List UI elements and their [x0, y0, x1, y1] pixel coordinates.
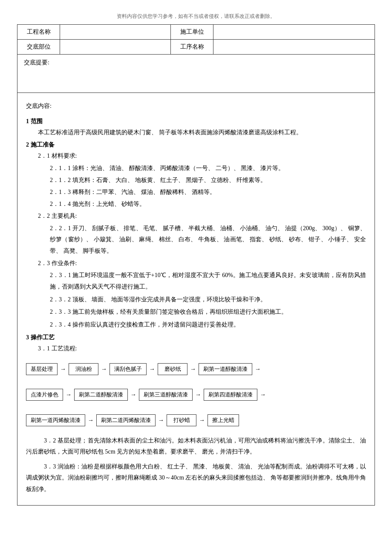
jiaodi-tiyao-area: 交底提要:	[17, 55, 375, 93]
flow-arrow-12: →	[199, 417, 205, 424]
section2-heading: 2 施工准备	[26, 141, 366, 149]
jiaodi-neirong-label: 交底内容:	[26, 101, 366, 111]
flow-box-1: 基层处理	[26, 363, 58, 375]
flow-chart-2: 点漆片修色 → 刷第二道醇酸清漆 → 刷第三道醇酸清漆 → 刷第四道醇酸清漆 →	[26, 384, 366, 405]
flow-arrow-8: →	[195, 391, 201, 398]
section2-3-heading: 2．3 作业条件:	[26, 258, 366, 269]
section1-heading: 1 范围	[26, 118, 366, 125]
flow-box-12: 打砂蜡	[167, 414, 196, 426]
label-project-name: 工程名称	[17, 25, 60, 40]
flow-arrow-4: →	[190, 366, 196, 373]
section2-1-4: 2．1．4 抛光剂：上光蜡、 砂蜡等。	[26, 199, 366, 209]
value-construction-unit	[213, 25, 375, 40]
section2-1-1: 2．1．1 涂料：光油、 清油、 醇酸清漆、 丙烯酸清漆（一号、 二号）、 黑漆…	[26, 163, 366, 173]
watermark-text: 资料内容仅供您学习参考，如有不当或者侵权，请联系改正或者删除。	[17, 13, 375, 20]
header-table: 工程名称 施工单位 交底部位 工序名称	[17, 24, 375, 55]
jiaodi-tiyao-label: 交底提要:	[24, 59, 368, 66]
section2-1-2: 2．1．2 填充料：石膏、 大白、 地板黄、 红土子、 黑烟子、 立德粉、 纤维…	[26, 175, 366, 185]
section2-1-heading: 2．1 材料要求:	[26, 150, 366, 161]
section1-para: 本工艺标准适用于高级民用建筑的硬木门窗、 筒子板等木料表面施涂丙烯酸清漆磨退高级…	[26, 127, 366, 138]
flow-chart-1: 基层处理 → 润油粉 → 满刮色腻子 → 磨砂纸 → 刷第一道醇酸清漆 →	[26, 358, 366, 380]
flow-arrow-9: →	[260, 391, 266, 398]
section3-heading: 3 操作工艺	[26, 334, 366, 341]
section2-1-3: 2．1．3 稀释剂：二甲苯、 汽油、 煤油、 醇酸稀料、 酒精等。	[26, 187, 366, 197]
section2-3-3: 2．3．3 施工前先做样板，经有关质量部门签定验收合格后，再组织班组进行大面积施…	[26, 306, 366, 318]
flow-row-2: 点漆片修色 → 刷第二道醇酸清漆 → 刷第三道醇酸清漆 → 刷第四道醇酸清漆 →	[26, 389, 366, 401]
section3-3-para: 3．3 润油粉：油粉是根据样板颜色用大白粉、 红土子、 黑漆、 地板黄、 清油、…	[26, 461, 366, 495]
flow-box-11: 刷第二道丙烯酸清漆	[96, 414, 156, 426]
flow-chart-3: 刷第一道丙烯酸清漆 → 刷第二道丙烯酸清漆 → 打砂蜡 → 擦上光蜡	[26, 410, 366, 431]
flow-box-5: 刷第一道醇酸清漆	[199, 363, 252, 375]
flow-box-6: 点漆片修色	[26, 389, 63, 401]
flow-arrow-7: →	[130, 391, 136, 398]
section2-3-1: 2．3．1 施工时环境温度一般不宜低于+10℃，相对湿度不宜大于 60%。施工地…	[26, 270, 366, 292]
value-project-name	[60, 25, 171, 40]
flow-box-2: 润油粉	[69, 363, 98, 375]
flow-box-9: 刷第四道醇酸清漆	[204, 389, 257, 401]
flow-box-13: 擦上光蜡	[208, 414, 239, 426]
flow-arrow-10: →	[88, 417, 94, 424]
section3-2-para: 3．2 基层处理；首先清除木料表面的尘土和油污。如木料表面沾污机油，可用汽油或稀…	[26, 435, 366, 458]
section2-2-heading: 2．2 主要机具:	[26, 211, 366, 221]
flow-arrow-3: →	[149, 366, 155, 373]
value-process-name	[213, 40, 375, 55]
flow-arrow-5: →	[255, 366, 261, 373]
flow-arrow-6: →	[66, 391, 72, 398]
label-construction-unit: 施工单位	[171, 25, 213, 40]
flow-row-3: 刷第一道丙烯酸清漆 → 刷第二道丙烯酸清漆 → 打砂蜡 → 擦上光蜡	[26, 414, 366, 426]
flow-box-8: 刷第三道醇酸清漆	[139, 389, 193, 401]
value-handover-dept	[60, 40, 171, 55]
flow-box-4: 磨砂纸	[158, 363, 187, 375]
flow-box-10: 刷第一道丙烯酸清漆	[26, 414, 85, 426]
section2-3-4: 2．3．4 操作前应认真进行交接检查工作，并对遗留问题进行妥善处理。	[26, 319, 366, 331]
main-content-area: 交底内容: 1 范围 本工艺标准适用于高级民用建筑的硬木门窗、 筒子板等木料表面…	[17, 93, 375, 506]
flow-row-1: 基层处理 → 润油粉 → 满刮色腻子 → 磨砂纸 → 刷第一道醇酸清漆 →	[26, 363, 366, 375]
section3-1-heading: 3．1 工艺流程:	[26, 343, 366, 354]
section2-3-2: 2．3．2 顶板、 墙面、 地面等湿作业完成并具备一定强度，环境比较干燥和干净。	[26, 294, 366, 306]
flow-box-7: 刷第二道醇酸清漆	[74, 389, 128, 401]
label-process-name: 工序名称	[171, 40, 213, 55]
flow-box-3: 满刮色腻子	[110, 363, 147, 375]
flow-arrow-2: →	[101, 366, 107, 373]
flow-arrow-1: →	[60, 366, 66, 373]
label-handover-dept: 交底部位	[17, 40, 60, 55]
page: 资料内容仅供您学习参考，如有不当或者侵权，请联系改正或者删除。 工程名称 施工单…	[0, 0, 392, 555]
section2-2-1: 2．2．1 开刀、 刮腻子板、 排笔、 毛笔、 腻子槽、 半截大桶、 油桶、 小…	[26, 223, 366, 257]
flow-arrow-11: →	[158, 417, 164, 424]
